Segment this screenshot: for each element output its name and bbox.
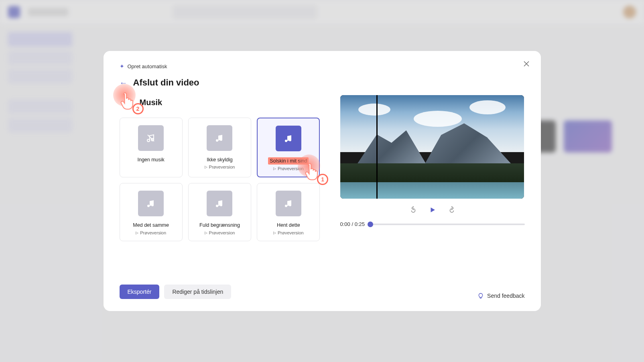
timeline-row: 0:00 / 0:25 — [340, 221, 525, 227]
music-card[interactable]: Fuld begrænsning Prøveversion — [188, 183, 251, 241]
section-back-button[interactable] — [120, 95, 134, 110]
music-sub: Prøveversion — [273, 166, 304, 171]
section-row: Musik 2 — [120, 95, 320, 110]
music-label: Fuld begrænsning — [199, 222, 240, 228]
player-controls — [340, 204, 525, 216]
music-sub: Prøveversion — [273, 230, 304, 235]
forward-button[interactable] — [446, 204, 457, 216]
music-label: Ingen musik — [137, 157, 164, 163]
music-label: Hent dette — [277, 222, 300, 228]
rewind-button[interactable] — [408, 204, 419, 216]
pointer-badge-1: 1 — [317, 174, 328, 185]
music-icon — [276, 126, 301, 151]
music-card-selected[interactable]: Solskin i mit sind Prøveversion 1 — [257, 118, 320, 177]
music-label: Ikke skyldig — [207, 157, 233, 163]
music-card[interactable]: Ikke skyldig Prøveversion — [188, 118, 251, 177]
close-button[interactable] — [522, 59, 531, 69]
edit-timeline-button[interactable]: Rediger på tidslinjen — [164, 285, 231, 299]
right-column: 0:00 / 0:25 — [340, 63, 525, 299]
modal-overlay: ✦ Opret automatisk ← Afslut din video Mu… — [0, 0, 644, 362]
timeline-thumb[interactable] — [368, 222, 373, 227]
music-icon — [207, 125, 232, 151]
feedback-label: Send feedback — [487, 293, 524, 299]
left-column: ✦ Opret automatisk ← Afslut din video Mu… — [120, 63, 320, 299]
music-label: Solskin i mit sind — [268, 157, 309, 165]
back-arrow-icon[interactable]: ← — [120, 78, 128, 87]
no-music-icon — [138, 125, 164, 151]
modal: ✦ Opret automatisk ← Afslut din video Mu… — [104, 51, 541, 311]
music-sub: Prøveversion — [205, 230, 235, 235]
music-icon — [138, 191, 164, 216]
export-button[interactable]: Eksportér — [120, 285, 160, 299]
music-icon — [207, 191, 232, 216]
video-preview[interactable] — [340, 95, 524, 199]
time-label: 0:00 / 0:25 — [340, 221, 365, 227]
music-card[interactable]: Med det samme Prøveversion — [120, 183, 183, 241]
breadcrumb-label: Opret automatisk — [128, 63, 167, 69]
action-row: Eksportér Rediger på tidslinjen — [120, 285, 320, 299]
music-icon — [276, 191, 301, 216]
breadcrumb: ✦ Opret automatisk — [120, 63, 320, 69]
section-title: Musik — [140, 98, 163, 107]
sparkle-icon: ✦ — [120, 63, 124, 69]
music-sub: Prøveversion — [136, 230, 166, 235]
music-label: Med det samme — [133, 222, 169, 228]
music-sub: Prøveversion — [205, 165, 235, 169]
feedback-button[interactable]: Send feedback — [477, 293, 524, 299]
music-grid: Ingen musik Ikke skyldig Prøveversion So… — [120, 118, 320, 241]
music-card-none[interactable]: Ingen musik — [120, 118, 183, 177]
music-card[interactable]: Hent dette Prøveversion — [257, 183, 320, 241]
title-row: ← Afslut din video — [120, 77, 320, 88]
page-title: Afslut din video — [133, 77, 199, 88]
timeline-track[interactable] — [370, 224, 525, 225]
play-button[interactable] — [427, 204, 438, 216]
